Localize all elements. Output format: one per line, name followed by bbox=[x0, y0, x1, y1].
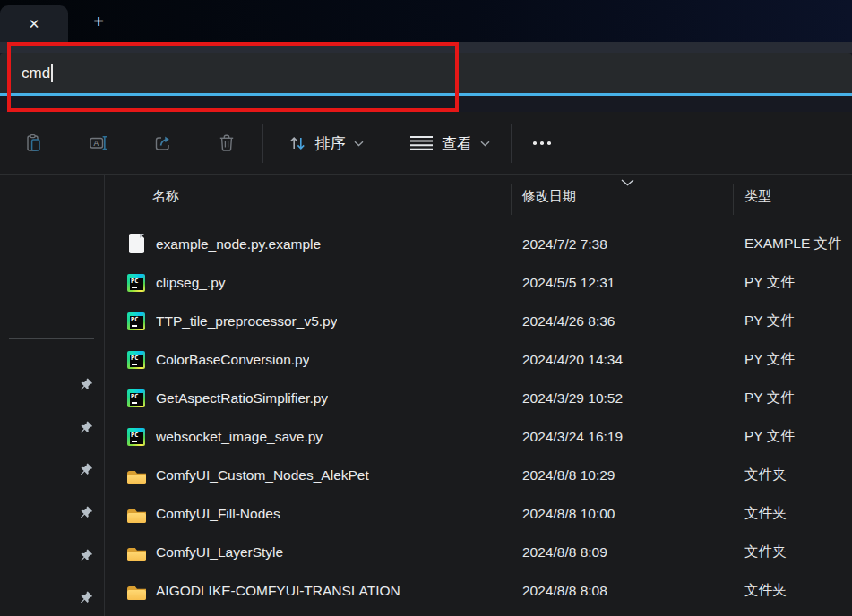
share-icon bbox=[152, 133, 174, 154]
text-caret bbox=[51, 64, 53, 82]
file-name: AIGODLIKE-COMFYUI-TRANSLATION bbox=[156, 583, 400, 599]
file-row[interactable]: websocket_image_save.py 2024/3/24 16:19 … bbox=[105, 417, 852, 456]
tab-close-icon[interactable]: ✕ bbox=[29, 16, 40, 32]
address-bar-top-strip bbox=[0, 42, 852, 53]
view-lines-icon bbox=[409, 135, 434, 151]
sidebar-pinned-item[interactable] bbox=[0, 534, 104, 577]
chevron-down-icon bbox=[354, 141, 364, 147]
pushpin-icon bbox=[79, 420, 94, 435]
command-toolbar: A bbox=[0, 112, 852, 175]
column-header-row: 名称 修改日期 类型 bbox=[105, 175, 852, 220]
pushpin-icon bbox=[79, 377, 94, 392]
file-type: 文件夹 bbox=[744, 504, 787, 523]
file-date: 2024/5/5 12:31 bbox=[522, 275, 615, 291]
file-name: TTP_tile_preprocessor_v5.py bbox=[156, 313, 337, 329]
sidebar-pinned-item[interactable] bbox=[0, 577, 104, 616]
sort-direction-chevron-icon bbox=[621, 179, 634, 186]
clipboard-paste-icon bbox=[23, 133, 45, 154]
file-type: PY 文件 bbox=[744, 389, 795, 407]
file-type: 文件夹 bbox=[744, 543, 787, 561]
sort-arrows-icon bbox=[288, 133, 307, 153]
file-type: EXAMPLE 文件 bbox=[744, 235, 842, 253]
sidebar-pinned-item[interactable] bbox=[0, 449, 104, 492]
sidebar-pinned-item[interactable] bbox=[0, 492, 104, 535]
file-icon bbox=[127, 389, 145, 407]
new-tab-button[interactable]: + bbox=[86, 9, 111, 34]
column-divider bbox=[511, 184, 512, 215]
file-name: ComfyUI_LayerStyle bbox=[156, 544, 283, 560]
rename-button[interactable]: A bbox=[81, 125, 116, 161]
file-row[interactable]: GetAspectRatioSimplifier.py 2024/3/29 10… bbox=[105, 379, 852, 417]
file-date: 2024/3/29 10:52 bbox=[522, 390, 623, 406]
file-date: 2024/8/8 8:08 bbox=[522, 583, 607, 599]
column-header-date-modified[interactable]: 修改日期 bbox=[522, 188, 576, 205]
column-header-name[interactable]: 名称 bbox=[152, 188, 179, 205]
file-type: PY 文件 bbox=[744, 312, 795, 330]
file-row[interactable]: ComfyUI_Custom_Nodes_AlekPet 2024/8/8 10… bbox=[105, 456, 852, 494]
toolbar-divider bbox=[262, 124, 263, 163]
sort-button[interactable]: 排序 bbox=[271, 125, 379, 161]
file-name: example_node.py.example bbox=[156, 236, 321, 252]
file-icon bbox=[127, 274, 145, 292]
file-row[interactable]: TTP_tile_preprocessor_v5.py 2024/4/26 8:… bbox=[105, 302, 852, 340]
address-focus-underline bbox=[0, 93, 852, 96]
paste-button[interactable] bbox=[16, 125, 52, 161]
address-input[interactable]: cmd bbox=[0, 53, 852, 93]
file-type: 文件夹 bbox=[744, 581, 787, 600]
file-icon bbox=[127, 585, 146, 600]
tab-bar: ✕ + bbox=[0, 0, 852, 42]
column-header-type[interactable]: 类型 bbox=[744, 188, 771, 205]
file-icon bbox=[127, 508, 146, 523]
file-explorer-window: ✕ + cmd A bbox=[0, 0, 852, 616]
file-date: 2024/4/20 14:34 bbox=[522, 352, 623, 368]
file-icon bbox=[127, 428, 145, 446]
delete-button[interactable] bbox=[209, 125, 245, 161]
file-icon bbox=[127, 234, 146, 254]
more-options-button[interactable] bbox=[521, 125, 563, 161]
pushpin-icon bbox=[79, 548, 94, 563]
toolbar-divider bbox=[511, 124, 512, 163]
sidebar-pins bbox=[0, 364, 104, 616]
trash-icon bbox=[216, 133, 237, 154]
navigation-pane bbox=[0, 175, 105, 616]
file-name: clipseg_.py bbox=[156, 275, 226, 291]
file-name: GetAspectRatioSimplifier.py bbox=[156, 390, 328, 406]
file-date: 2024/4/26 8:36 bbox=[522, 313, 615, 329]
explorer-tab[interactable]: ✕ bbox=[0, 5, 68, 42]
file-type: PY 文件 bbox=[744, 350, 795, 369]
file-list: example_node.py.example 2024/7/2 7:38 EX… bbox=[105, 225, 852, 610]
file-icon bbox=[127, 546, 146, 561]
file-row[interactable]: example_node.py.example 2024/7/2 7:38 EX… bbox=[105, 225, 852, 263]
file-row[interactable]: ColorBaseConversion.py 2024/4/20 14:34 P… bbox=[105, 340, 852, 379]
file-name: ComfyUI_Fill-Nodes bbox=[156, 506, 280, 522]
view-button[interactable]: 查看 bbox=[397, 125, 503, 161]
pushpin-icon bbox=[79, 505, 94, 520]
file-row[interactable]: ComfyUI_LayerStyle 2024/8/8 8:09 文件夹 bbox=[105, 533, 852, 571]
file-type: PY 文件 bbox=[744, 427, 795, 446]
file-row[interactable]: clipseg_.py 2024/5/5 12:31 PY 文件 bbox=[105, 263, 852, 302]
view-label: 查看 bbox=[442, 133, 472, 154]
file-type: 文件夹 bbox=[744, 466, 787, 484]
file-row[interactable]: ComfyUI_Fill-Nodes 2024/8/8 10:00 文件夹 bbox=[105, 494, 852, 533]
chevron-down-icon bbox=[480, 141, 490, 147]
file-icon bbox=[127, 469, 146, 484]
ellipsis-icon bbox=[533, 141, 551, 145]
sidebar-pinned-item[interactable] bbox=[0, 406, 104, 449]
svg-text:A: A bbox=[93, 139, 99, 148]
file-date: 2024/8/8 10:29 bbox=[522, 467, 615, 483]
sort-label: 排序 bbox=[315, 133, 346, 154]
pushpin-icon bbox=[79, 462, 94, 477]
file-date: 2024/8/8 10:00 bbox=[522, 506, 615, 522]
file-name: ComfyUI_Custom_Nodes_AlekPet bbox=[156, 467, 369, 483]
sidebar-pinned-item[interactable] bbox=[0, 364, 104, 406]
file-icon bbox=[127, 312, 145, 330]
file-icon bbox=[127, 351, 145, 369]
file-date: 2024/8/8 8:09 bbox=[522, 544, 607, 560]
address-input-value: cmd bbox=[22, 64, 50, 82]
column-divider bbox=[733, 184, 734, 215]
file-row[interactable]: AIGODLIKE-COMFYUI-TRANSLATION 2024/8/8 8… bbox=[105, 571, 852, 610]
file-name: ColorBaseConversion.py bbox=[156, 352, 309, 368]
rename-icon: A bbox=[88, 133, 109, 154]
sidebar-separator bbox=[9, 338, 94, 339]
share-button[interactable] bbox=[145, 125, 181, 161]
